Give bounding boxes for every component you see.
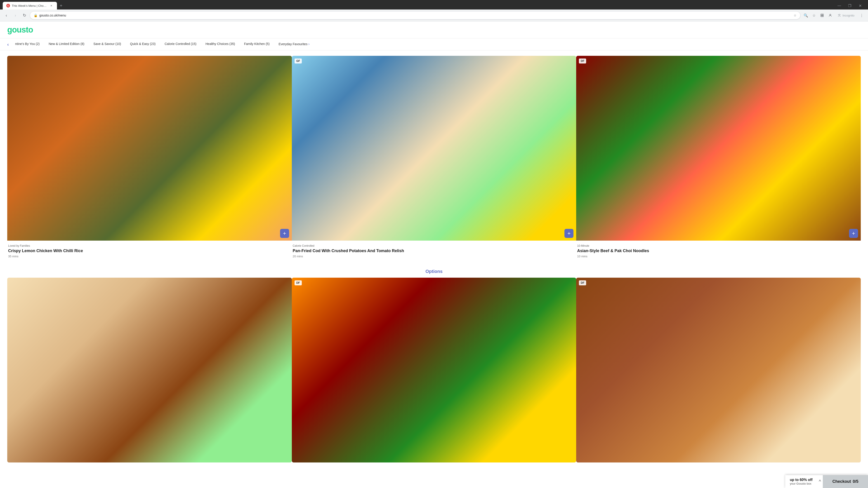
filter-left-arrow[interactable]: ‹ [5,42,11,47]
svg-rect-2 [821,15,822,17]
recipe-badge-2: GF [294,59,302,64]
bottom-recipe-badge-3: DF [579,281,586,285]
recipe-tag-2: Calorie Controlled [293,244,576,248]
filter-tabs: ntine's By You (2) New & Limited Edition… [11,38,314,50]
recipe-time-2: 20 mins [293,255,576,258]
recipe-image-placeholder-1 [7,56,292,240]
recipe-grid: + Loved by Families Crispy Lemon Chicken… [0,51,868,265]
bottom-recipe-image-1 [7,278,292,462]
recipe-tag-1: Loved by Families [8,244,291,248]
bottom-recipe-badge-2: DF [294,281,302,285]
svg-point-4 [830,14,831,15]
incognito-label: Incognito [842,14,855,17]
everyday-arrow-icon: › [308,42,309,46]
recipe-time-1: 35 mins [8,255,291,258]
svg-rect-0 [821,14,822,15]
recipe-info-2: Calorie Controlled Pan-Fried Cod With Cr… [292,240,577,260]
filter-tab-new[interactable]: New & Limited Edition (8) [44,38,89,50]
options-section-label: Options [0,265,868,278]
bottom-recipe-grid: DF DF [0,278,868,468]
recipe-info-3: 10-Minute Asian-Style Beef & Pak Choi No… [576,240,861,260]
reload-button[interactable]: ↻ [21,12,28,19]
recipe-image-placeholder-2 [292,56,577,240]
svg-rect-1 [822,14,824,15]
filter-tab-quick[interactable]: Quick & Easy (23) [125,38,160,50]
filter-bar: ‹ ntine's By You (2) New & Limited Editi… [0,38,868,51]
maximize-button[interactable]: ❐ [844,2,855,9]
browser-tab-active[interactable]: G This Week's Menu | Choose Fro... × [3,2,57,9]
close-button[interactable]: ✕ [855,2,865,9]
search-icon[interactable]: 🔍 [802,12,809,19]
filter-tab-healthy[interactable]: Healthy Choices (35) [201,38,240,50]
back-button[interactable]: ‹ [3,12,10,19]
window-controls: — ❐ ✕ [834,2,865,9]
profile-icon[interactable] [827,12,834,19]
site-logo[interactable]: gousto [7,25,861,35]
tab-title: This Week's Menu | Choose Fro... [12,4,48,7]
recipe-tag-3: 10-Minute [577,244,860,248]
browser-chrome: G This Week's Menu | Choose Fro... × + —… [0,0,868,22]
recipe-image-1: + [7,56,292,240]
page-content: gousto ‹ ntine's By You (2) New & Limite… [0,22,868,468]
site-header: gousto [0,22,868,38]
recipe-image-3: DF + [576,56,861,240]
forward-button[interactable]: › [12,12,19,19]
tab-favicon: G [6,4,10,7]
recipe-card-3: DF + 10-Minute Asian-Style Beef & Pak Ch… [576,56,861,260]
recipe-title-1[interactable]: Crispy Lemon Chicken With Chilli Rice [8,248,291,254]
incognito-indicator: Incognito [835,13,857,18]
address-bar[interactable]: 🔒 gousto.co.uk/menu ☆ [30,11,800,20]
browser-tab-bar: G This Week's Menu | Choose Fro... × + —… [0,0,868,9]
bottom-recipe-image-3 [576,278,861,462]
recipe-image-2: GF + [292,56,577,240]
minimize-button[interactable]: — [834,2,844,9]
recipe-title-2[interactable]: Pan-Fried Cod With Crushed Potatoes And … [293,248,576,254]
bottom-recipe-card-2[interactable]: DF [292,278,577,462]
recipe-info-1: Loved by Families Crispy Lemon Chicken W… [7,240,292,260]
recipe-card-2: GF + Calorie Controlled Pan-Fried Cod Wi… [292,56,577,260]
add-recipe-2-button[interactable]: + [564,229,574,238]
filter-tab-save[interactable]: Save & Savour (10) [89,38,125,50]
filter-tab-calorie[interactable]: Calorie Controlled (15) [160,38,201,50]
browser-toolbar: ‹ › ↻ 🔒 gousto.co.uk/menu ☆ 🔍 ☆ Incognit… [0,9,868,22]
add-recipe-3-button[interactable]: + [849,229,858,238]
new-tab-button[interactable]: + [58,2,64,9]
recipe-time-3: 10 mins [577,255,860,258]
bookmark-icon[interactable]: ☆ [810,12,817,19]
recipe-title-3[interactable]: Asian-Style Beef & Pak Choi Noodles [577,248,860,254]
svg-rect-3 [822,15,824,17]
address-text: gousto.co.uk/menu [39,13,792,17]
recipe-badge-3: DF [579,59,586,64]
bottom-recipe-card-3[interactable]: DF [576,278,861,462]
bottom-recipe-card-1[interactable] [7,278,292,462]
filter-tab-family[interactable]: Family Kitchen (5) [240,38,274,50]
recipe-card-1: + Loved by Families Crispy Lemon Chicken… [7,56,292,260]
address-star-icon[interactable]: ☆ [794,13,797,17]
filter-tab-everyday[interactable]: Everyday Favourites › [274,38,314,50]
add-recipe-1-button[interactable]: + [280,229,289,238]
lock-icon: 🔒 [34,13,37,17]
menu-button[interactable]: ⋮ [858,12,865,19]
filter-tab-valentines[interactable]: ntine's By You (2) [11,38,44,50]
bottom-recipe-image-2 [292,278,577,462]
recipe-image-placeholder-3 [576,56,861,240]
extensions-icon[interactable] [818,12,826,19]
toolbar-icons: 🔍 ☆ Incognito ⋮ [802,12,865,19]
tab-close-button[interactable]: × [49,4,53,8]
